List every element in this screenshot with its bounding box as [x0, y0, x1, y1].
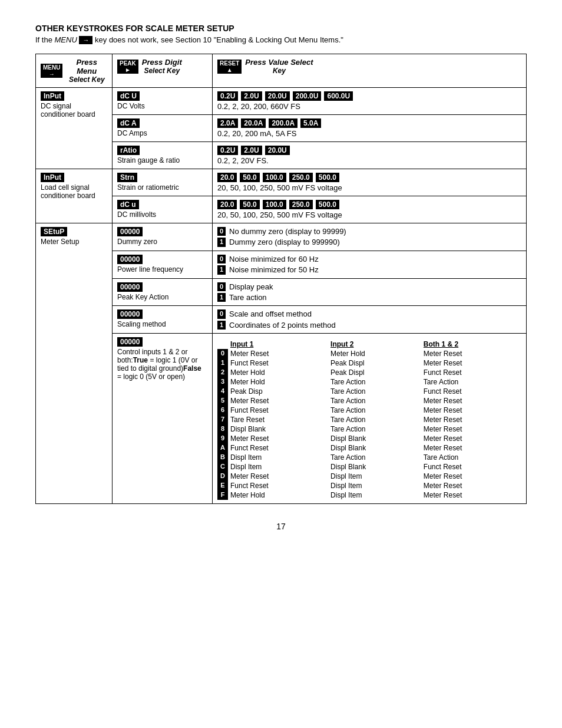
col1-cell: SEtuPMeter Setup [36, 223, 113, 504]
col3-press-sub: Key [245, 67, 313, 75]
main-table: MENU→ Press Menu Select Key PEAK► Press … [35, 54, 527, 504]
col1-press-label: Press Menu [66, 58, 107, 75]
subtitle: If the MENU → key does not work, see Sec… [35, 35, 527, 44]
table-row: InPutDC signal conditioner boarddC UDC V… [36, 88, 527, 115]
col2-press-label: Press Digit [142, 58, 182, 67]
col3-cell: 0.2U2.0U20.0U0.2, 2, 20V FS. [213, 142, 527, 169]
col1-cell: InPutDC signal conditioner board [36, 88, 113, 169]
col2-header: PEAK► Press Digit Select Key [113, 54, 213, 88]
peak-key-badge: PEAK► [117, 60, 138, 74]
col3-cell: 2.0A20.0A200.0A5.0A0.2, 20, 200 mA, 5A F… [213, 115, 527, 142]
col3-press-label: Press Value Select [245, 58, 313, 67]
table-row: SEtuPMeter Setup00000Dummy zero0No dummy… [36, 223, 527, 251]
col2-cell: 00000Scaling method [113, 306, 213, 334]
col2-cell: rAtioStrain gauge & ratio [113, 142, 213, 169]
col3-cell: 0No dummy zero (display to 99999)1Dummy … [213, 223, 527, 251]
menu-key-badge: MENU→ [41, 64, 62, 78]
col1-header: MENU→ Press Menu Select Key [36, 54, 113, 88]
page-number: 17 [35, 522, 527, 531]
col2-cell: 00000Control inputs 1 & 2 or both:True =… [113, 334, 213, 504]
col3-cell: 0Noise minimized for 60 Hz1Noise minimiz… [213, 251, 527, 278]
col2-cell: dC UDC Volts [113, 88, 213, 115]
col3-header: RESET▲ Press Value Select Key [213, 54, 527, 88]
reset-key-badge: RESET▲ [217, 60, 242, 74]
col2-cell: 00000Dummy zero [113, 223, 213, 251]
col3-cell: 20.050.0100.0250.0500.020, 50, 100, 250,… [213, 196, 527, 223]
col3-cell: 20.050.0100.0250.0500.020, 50, 100, 250,… [213, 169, 527, 196]
col3-cell: 0Scale and offset method1Coordinates of … [213, 306, 527, 334]
page-title: OTHER KEYSTROKES FOR SCALE METER SETUP [35, 24, 527, 33]
col1-press-sub: Select Key [66, 75, 107, 84]
col2-cell: dC ADC Amps [113, 115, 213, 142]
col3-cell: 0.2U2.0U20.0U200.0U600.0U0.2, 2, 20, 200… [213, 88, 527, 115]
col2-cell: 00000Power line frequency [113, 251, 213, 278]
col3-cell: 0Display peak1Tare action [213, 278, 527, 306]
col2-press-sub: Select Key [142, 67, 182, 75]
col1-cell: InPutLoad cell signal conditioner board [36, 169, 113, 223]
col2-cell: 00000Peak Key Action [113, 278, 213, 306]
col2-cell: StrnStrain or ratiometric [113, 169, 213, 196]
col2-cell: dC uDC millivolts [113, 196, 213, 223]
table-row: InPutLoad cell signal conditioner boardS… [36, 169, 527, 196]
col3-cell: Input 1Input 2Both 1 & 20Meter ResetMete… [213, 334, 527, 504]
